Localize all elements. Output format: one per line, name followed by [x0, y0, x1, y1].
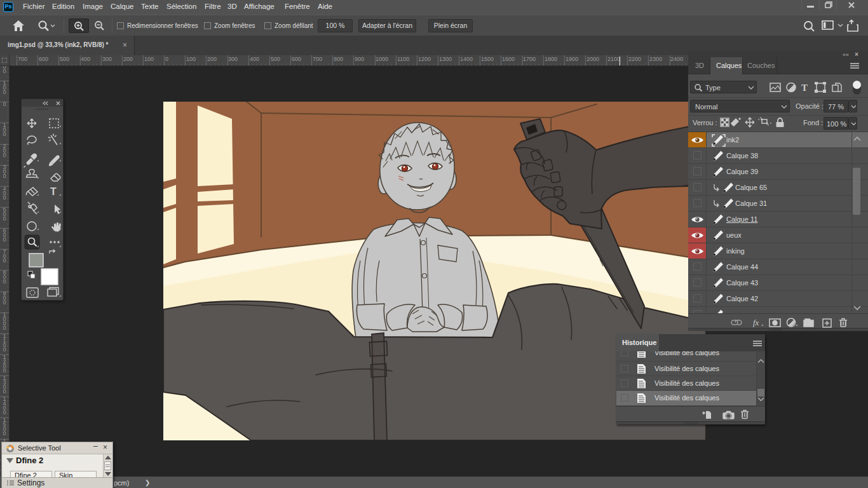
svg-text:T: T — [801, 83, 808, 93]
svg-text:T: T — [50, 186, 57, 197]
svg-text:fx: fx — [753, 318, 759, 327]
